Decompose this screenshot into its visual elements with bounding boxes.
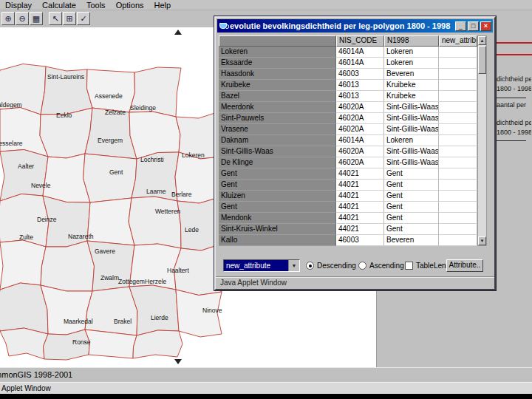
map-label: Deinze: [37, 216, 57, 223]
map-scroll-up-icon[interactable]: [174, 30, 182, 35]
table-row[interactable]: Sint-Pauwels46020ASint-Gillis-Waas: [219, 113, 477, 124]
chevron-down-icon[interactable]: ▼: [288, 260, 299, 271]
map-polygon[interactable]: [87, 198, 134, 245]
cell-nis: 46003: [336, 235, 384, 246]
ascending-label: Ascending: [369, 259, 404, 272]
table-row[interactable]: Kallo46003Beveren: [219, 235, 477, 246]
maximize-button[interactable]: □: [468, 21, 479, 31]
table-row[interactable]: Meerdonk46020ASint-Gillis-Waas: [219, 102, 477, 113]
apply-check-icon[interactable]: ✓: [77, 12, 90, 25]
zoom-out-icon[interactable]: ⊖: [16, 12, 29, 25]
map-polygon[interactable]: [85, 287, 137, 335]
dialog-titlebar[interactable]: evolutie bevolkingsdichtheid per leg-pol…: [217, 19, 493, 33]
cell-nis: 44021: [336, 168, 384, 180]
menu-calculate[interactable]: Calculate: [37, 0, 81, 10]
bottom-bar: [0, 394, 532, 399]
table-row[interactable]: Sint-Kruis-Winkel44021Gent: [219, 224, 477, 235]
map-polygon[interactable]: [129, 197, 181, 248]
select-pointer-icon[interactable]: ↖: [49, 12, 62, 25]
cell-muni: Sint-Gillis-Waas: [384, 113, 439, 124]
table-row[interactable]: Gent44021Gent: [219, 180, 477, 191]
map-polygon[interactable]: [133, 330, 183, 358]
table-body: Lokeren46014ALokerenEksaarde46014ALokere…: [219, 47, 477, 246]
map-label: Sleidinge: [130, 104, 156, 112]
cell-muni: Lokeren: [384, 135, 439, 146]
table-row[interactable]: Lokeren46014ALokeren: [219, 47, 477, 58]
cell-attr: [439, 202, 477, 213]
map-label: Gent: [109, 168, 123, 176]
cell-attr: [439, 157, 477, 168]
table-view-icon[interactable]: ▦: [30, 12, 43, 25]
column-header-n1998[interactable]: N1998: [384, 35, 439, 47]
grid-select-icon[interactable]: ⊞: [63, 12, 76, 25]
map-label: Nazareth: [68, 233, 94, 240]
table-row[interactable]: Kluizen44021Gent: [219, 191, 477, 202]
table-row[interactable]: Vrasene46020ASint-Gillis-Waas: [219, 124, 477, 135]
attribute-table-dialog: evolutie bevolkingsdichtheid per leg-pol…: [214, 16, 496, 290]
table-row[interactable]: Haasdonk46003Beveren: [219, 69, 477, 80]
map-label: Zwalm: [100, 274, 119, 282]
combobox-value: new_attribute: [224, 260, 288, 271]
column-header-new-attribute[interactable]: new_attribute: [439, 35, 477, 47]
dialog-status-bar: Java Applet Window: [216, 276, 494, 289]
map-label: Gavere: [95, 248, 115, 255]
map-polygon[interactable]: [129, 112, 180, 159]
map-polygon[interactable]: [41, 285, 92, 335]
attribute-combobox[interactable]: new_attribute ▼: [223, 259, 300, 272]
map-polygon[interactable]: [0, 240, 46, 290]
table-row[interactable]: Gent44021Gent: [219, 168, 477, 180]
cell-attr: [439, 102, 477, 113]
cell-nis: 46020A: [336, 157, 384, 168]
scroll-up-icon[interactable]: ▲: [478, 36, 486, 45]
attribute-button[interactable]: Attribute..: [446, 259, 483, 272]
cell-name: Vrasene: [219, 124, 336, 135]
cell-nis: 44021: [336, 213, 384, 224]
map-polygon[interactable]: [87, 69, 135, 112]
scrollbar-thumb[interactable]: [478, 46, 486, 74]
tablelens-checkbox[interactable]: [405, 262, 413, 270]
map-polygon[interactable]: [0, 150, 48, 202]
cell-name: Sint-Gillis-Waas: [219, 146, 336, 157]
dialog-title: evolutie bevolkingsdichtheid per leg-pol…: [230, 21, 454, 30]
column-header-name[interactable]: [219, 35, 336, 47]
cell-attr: [439, 91, 477, 102]
close-button[interactable]: ×: [480, 21, 491, 31]
map-polygon[interactable]: [83, 154, 137, 202]
table-row[interactable]: Kruibeke46013Kruibeke: [219, 80, 477, 91]
cell-muni: Gent: [384, 180, 439, 191]
menu-options[interactable]: Options: [111, 0, 149, 10]
map-polygon[interactable]: [41, 241, 95, 291]
table-scrollbar[interactable]: ▲ ▼: [477, 35, 487, 246]
column-header-nis-code[interactable]: NIS_CODE: [336, 35, 384, 47]
scroll-down-icon[interactable]: ▼: [478, 236, 486, 245]
cell-name: Lokeren: [219, 47, 336, 58]
legend-label: 1800 - 1998: [497, 85, 531, 93]
descending-radio[interactable]: [306, 262, 314, 270]
menu-tools[interactable]: Tools: [81, 0, 111, 10]
tablelens-label: TableLens: [416, 259, 450, 272]
map-polygon[interactable]: [0, 283, 48, 334]
menu-display[interactable]: Display: [0, 0, 37, 10]
menu-help[interactable]: Help: [149, 0, 177, 10]
minimize-button[interactable]: _: [455, 21, 466, 31]
cell-nis: 46014A: [336, 58, 384, 69]
cell-muni: Gent: [384, 191, 439, 202]
table-row[interactable]: Eksaarde46014ALokeren: [219, 58, 477, 69]
map-scroll-down-icon[interactable]: [174, 359, 182, 364]
table-row[interactable]: Sint-Gillis-Waas46020ASint-Gillis-Waas: [219, 146, 477, 157]
map-polygon[interactable]: [0, 328, 48, 359]
map-label: Lochristi: [140, 156, 164, 163]
cell-nis: 46014A: [336, 47, 384, 58]
table-row[interactable]: Daknam46014ALokeren: [219, 135, 477, 146]
legend-label: aantal per: [497, 101, 531, 109]
cell-nis: 46020A: [336, 113, 384, 124]
table-row[interactable]: Bazel46013Kruibeke: [219, 91, 477, 102]
table-row[interactable]: Gent44021Gent: [219, 202, 477, 213]
cell-attr: [439, 191, 477, 202]
ascending-radio[interactable]: [358, 262, 366, 270]
cell-nis: 46020A: [336, 102, 384, 113]
table-row[interactable]: De Klinge46020ASint-Gillis-Waas: [219, 157, 477, 168]
java-cup-icon: [219, 23, 227, 29]
table-row[interactable]: Mendonk44021Gent: [219, 213, 477, 224]
zoom-in-icon[interactable]: ⊕: [1, 12, 15, 25]
